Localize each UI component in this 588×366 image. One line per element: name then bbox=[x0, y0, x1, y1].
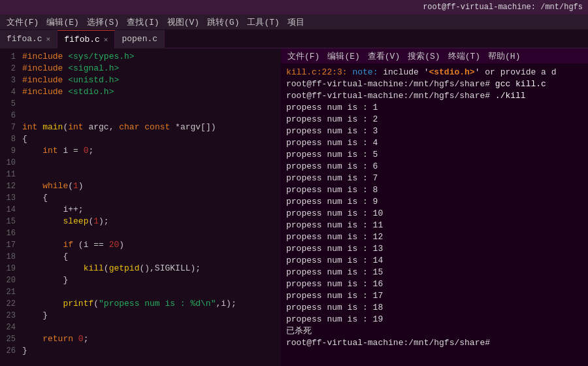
tab-fifob-close[interactable]: ✕ bbox=[104, 35, 108, 44]
code-area: 12345 678910 1112131415 1617181920 21222… bbox=[0, 48, 281, 366]
menu-select[interactable]: 选择(S) bbox=[83, 16, 123, 28]
term-output-9: propess num is : 9 bbox=[286, 196, 583, 208]
term-output-16: propess num is : 16 bbox=[286, 278, 583, 290]
menu-edit-editor[interactable]: 编辑(E) bbox=[42, 16, 82, 28]
term-line-1: root@ff-virtual-machine:/mnt/hgfs/share#… bbox=[286, 78, 583, 90]
term-output-2: propess num is : 2 bbox=[286, 114, 583, 125]
editor-pane: 12345 678910 1112131415 1617181920 21222… bbox=[0, 48, 281, 366]
code-content[interactable]: #include <sys/types.h> #include <signal.… bbox=[18, 48, 281, 366]
title-bar: root@ff-virtual-machine: /mnt/hgfs bbox=[0, 0, 588, 14]
term-output-17: propess num is : 17 bbox=[286, 290, 583, 302]
term-warning-line: kill.c:22:3: note: include '<stdio.h>' o… bbox=[286, 67, 583, 78]
menu-find[interactable]: 查找(I) bbox=[123, 16, 163, 28]
term-line-2: root@ff-virtual-machine:/mnt/hgfs/share#… bbox=[286, 90, 583, 102]
menu-file-term[interactable]: 文件(F) bbox=[284, 50, 323, 62]
title-text: root@ff-virtual-machine: /mnt/hgfs bbox=[423, 3, 583, 12]
term-output-15: propess num is : 15 bbox=[286, 267, 583, 278]
term-output-11: propess num is : 11 bbox=[286, 220, 583, 231]
menu-help-term[interactable]: 帮助(H) bbox=[484, 50, 524, 62]
tab-popen[interactable]: popen.c bbox=[115, 30, 165, 48]
term-output-7: propess num is : 7 bbox=[286, 173, 583, 184]
terminal-output[interactable]: kill.c:22:3: note: include '<stdio.h>' o… bbox=[281, 64, 588, 366]
term-output-12: propess num is : 12 bbox=[286, 231, 583, 243]
term-output-5: propess num is : 5 bbox=[286, 149, 583, 161]
term-output-6: propess num is : 6 bbox=[286, 161, 583, 173]
tab-fifoa[interactable]: fifoa.c ✕ bbox=[0, 30, 57, 48]
term-output-1: propess num is : 1 bbox=[286, 102, 583, 114]
menu-file-editor[interactable]: 文件(F) bbox=[3, 16, 42, 28]
terminal-menu: 文件(F) 编辑(E) 查看(V) 搜索(S) 终端(T) 帮助(H) bbox=[281, 48, 588, 64]
menu-goto[interactable]: 跳转(G) bbox=[203, 16, 243, 28]
main-content: 12345 678910 1112131415 1617181920 21222… bbox=[0, 48, 588, 366]
term-output-13: propess num is : 13 bbox=[286, 243, 583, 255]
menu-edit-term[interactable]: 编辑(E) bbox=[323, 50, 363, 62]
menu-project[interactable]: 项目 bbox=[284, 16, 308, 28]
tab-popen-label: popen.c bbox=[122, 34, 157, 44]
menu-view-editor[interactable]: 视图(V) bbox=[163, 16, 203, 28]
term-output-14: propess num is : 14 bbox=[286, 255, 583, 267]
term-output-19: propess num is : 19 bbox=[286, 314, 583, 325]
tab-bar: fifoa.c ✕ fifob.c ✕ popen.c bbox=[0, 30, 588, 48]
terminal-pane: 文件(F) 编辑(E) 查看(V) 搜索(S) 终端(T) 帮助(H) kill… bbox=[281, 48, 588, 366]
line-numbers: 12345 678910 1112131415 1617181920 21222… bbox=[0, 48, 18, 366]
term-prompt-final: root@ff-virtual-machine:/mnt/hgfs/share# bbox=[286, 337, 583, 349]
tab-fifob-label: fifob.c bbox=[64, 35, 100, 44]
term-output-4: propess num is : 4 bbox=[286, 137, 583, 149]
menu-search-term[interactable]: 搜索(S) bbox=[404, 50, 444, 62]
menu-tools[interactable]: 工具(T) bbox=[243, 16, 283, 28]
term-output-3: propess num is : 3 bbox=[286, 125, 583, 137]
tab-fifoa-label: fifoa.c bbox=[7, 34, 42, 44]
editor-menu: 文件(F) 编辑(E) 选择(S) 查找(I) 视图(V) 跳转(G) 工具(T… bbox=[0, 14, 588, 30]
term-output-8: propess num is : 8 bbox=[286, 184, 583, 196]
tab-fifob[interactable]: fifob.c ✕ bbox=[57, 30, 115, 48]
tab-fifoa-close[interactable]: ✕ bbox=[46, 35, 51, 43]
term-output-18: propess num is : 18 bbox=[286, 302, 583, 314]
menu-terminal[interactable]: 终端(T) bbox=[444, 50, 484, 62]
term-killed: 已杀死 bbox=[286, 325, 583, 337]
term-output-10: propess num is : 10 bbox=[286, 208, 583, 220]
menu-view-term[interactable]: 查看(V) bbox=[364, 50, 404, 62]
